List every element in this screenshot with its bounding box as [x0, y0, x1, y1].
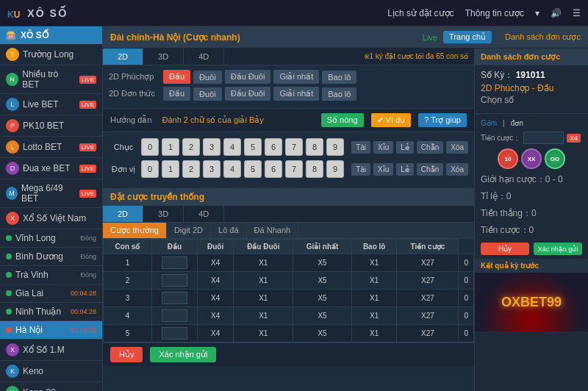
sidebar-item-vinhlong[interactable]: Vĩnh Long Đóng: [0, 229, 102, 248]
tabs-top: 2D 3D 4D ※1 ký đặt cược tối đa 65 con số: [103, 49, 474, 65]
num-dv-1[interactable]: 1: [162, 160, 179, 178]
tab-bottom-3d[interactable]: 3D: [143, 206, 184, 222]
baolo-btn-phuchop[interactable]: Bao lô: [322, 71, 356, 84]
num-dv-8[interactable]: 8: [306, 160, 323, 178]
num-dv-9[interactable]: 9: [326, 160, 344, 178]
num-chuc-2[interactable]: 2: [182, 138, 200, 156]
subtab-digit2d[interactable]: Digit 2D: [167, 223, 211, 238]
tab-bottom-2d[interactable]: 2D: [103, 206, 143, 222]
xiu-btn-dv[interactable]: Xỉu: [373, 163, 393, 176]
dauduoi-btn-donthuc[interactable]: Đầu Đuôi: [225, 87, 271, 101]
dau-btn-donthuc[interactable]: Đầu: [163, 87, 190, 101]
num-chuc-5[interactable]: 5: [244, 138, 262, 156]
subtab-danhanh[interactable]: Đá Nhanh: [247, 223, 299, 238]
sidebar-item-xososvn[interactable]: X Xổ Số Việt Nam: [0, 208, 102, 229]
chip-10[interactable]: 10: [498, 148, 518, 169]
sidebar-item-truonglong[interactable]: T Trường Long: [0, 44, 102, 65]
trogip-button[interactable]: ? Trợ giúp: [418, 113, 467, 127]
duoi-btn-donthuc[interactable]: Đuôi: [193, 87, 222, 101]
huy-btn[interactable]: Hủy: [110, 347, 143, 362]
tab-2d[interactable]: 2D: [103, 49, 143, 65]
tien-cuoc-input[interactable]: [523, 132, 564, 144]
num-dv-0[interactable]: 0: [141, 160, 159, 178]
sidebar-item-lotto[interactable]: L Lotto BET LIVE: [0, 137, 102, 158]
live-button[interactable]: Live: [423, 31, 437, 43]
chan-btn-chuc[interactable]: Chẵn: [417, 141, 443, 154]
header-title: XÔ SỐ: [27, 7, 67, 19]
sidebar-item-duaxe[interactable]: D Đua xe BET LIVE: [0, 158, 102, 179]
subtab-loda[interactable]: Lô đá: [211, 223, 247, 238]
chuc-label: Chục: [109, 143, 138, 152]
num-dv-5[interactable]: 5: [244, 160, 262, 178]
duoi-btn-phuchop[interactable]: Đuôi: [193, 71, 222, 84]
sidebar-item-xoso1m[interactable]: X Xổ Số 1.M: [0, 340, 102, 361]
tai-btn-chuc[interactable]: Tài: [351, 141, 370, 154]
pk10-icon: P: [6, 119, 19, 132]
dauduoi-btn-phuchop[interactable]: Đầu Đuôi: [225, 70, 271, 84]
right-huy-btn[interactable]: Hủy: [481, 243, 529, 255]
vidu-button[interactable]: ✔ Ví dụ: [371, 113, 412, 127]
tab-4d[interactable]: 4D: [184, 49, 224, 65]
tai-btn-dv[interactable]: Tài: [351, 163, 370, 176]
gom-option[interactable]: Gồm: [481, 119, 497, 127]
nav-lichsu[interactable]: Lịch sử đặt cược: [387, 8, 453, 18]
le-btn-dv[interactable]: Lẻ: [396, 163, 414, 176]
xoa-btn-dv[interactable]: Xóa: [446, 163, 468, 176]
num-chuc-7[interactable]: 7: [285, 138, 303, 156]
row-input-consom-2[interactable]: [151, 290, 197, 307]
giainhat-btn-donthuc[interactable]: Giải nhất: [273, 87, 319, 101]
row-input-consom-4[interactable]: [151, 325, 197, 342]
chip-xx[interactable]: XX: [521, 148, 542, 169]
giainhat-btn-phuchop[interactable]: Giải nhất: [273, 70, 319, 84]
row-input-consom-0[interactable]: [151, 254, 197, 272]
subtab-cuocthuong[interactable]: Cược thường: [103, 223, 167, 238]
xoa-btn-chuc[interactable]: Xóa: [446, 141, 468, 154]
sidebar-item-nhieutro[interactable]: N Nhiều trò BET LIVE: [0, 65, 102, 94]
num-chuc-8[interactable]: 8: [306, 138, 323, 156]
row-duoi-0: X1: [234, 254, 293, 272]
sidebar-item-ninhthuan[interactable]: Ninh Thuận 00:04:28: [0, 303, 102, 321]
num-chuc-6[interactable]: 6: [265, 138, 282, 156]
chan-btn-dv[interactable]: Chẵn: [417, 163, 443, 176]
dau-btn-phuchop[interactable]: Đầu: [163, 70, 190, 84]
num-dv-2[interactable]: 2: [182, 160, 200, 178]
sidebar-item-hanoi[interactable]: Hà Nội 01:14:28: [0, 321, 102, 340]
sidebar-item-gialai[interactable]: Gia Lai 00:04:28: [0, 284, 102, 303]
chip-go[interactable]: GO: [545, 148, 565, 169]
num-chuc-4[interactable]: 4: [223, 138, 241, 156]
number-section: Chục 0 1 2 3 4 5 6 7 8 9 Tài Xỉu: [103, 132, 474, 188]
xiu-btn-chuc[interactable]: Xỉu: [373, 141, 393, 154]
num-dv-7[interactable]: 7: [285, 160, 303, 178]
speaker-icon[interactable]: 🔊: [551, 8, 562, 18]
row-input-consom-3[interactable]: [151, 307, 197, 325]
sidebar-item-keno[interactable]: K Keno: [0, 361, 102, 382]
trangchu-button[interactable]: Trang chủ: [443, 31, 492, 43]
right-xacnhan-btn[interactable]: Xác nhận gửi: [534, 243, 582, 255]
tab-3d[interactable]: 3D: [143, 49, 184, 65]
right-panel-header: Danh sách đơn cược: [475, 49, 588, 65]
nav-thongtin[interactable]: Thông tin cược: [465, 8, 524, 18]
sidebar-item-mega[interactable]: M Mega 6/49 BET LIVE: [0, 179, 102, 208]
num-dv-3[interactable]: 3: [203, 160, 220, 178]
xacnhan-btn[interactable]: Xác nhận gửi: [150, 347, 216, 362]
num-dv-4[interactable]: 4: [223, 160, 241, 178]
baolo-btn-donthuc[interactable]: Bao lô: [322, 87, 356, 101]
num-chuc-1[interactable]: 1: [162, 138, 179, 156]
sonong-button[interactable]: Số nóng: [321, 113, 364, 127]
menu-icon[interactable]: ☰: [573, 8, 581, 18]
sidebar: 🎰 XÔ SỐ T Trường Long N Nhiều trò BET LI…: [0, 26, 103, 391]
phuchop-row: 2D Phúchợp Đầu Đuôi Đầu Đuôi Giải nhất B…: [109, 70, 468, 84]
sidebar-item-travinh[interactable]: Trà Vinh Đóng: [0, 266, 102, 284]
row-input-consom-1[interactable]: [151, 272, 197, 290]
num-dv-6[interactable]: 6: [265, 160, 282, 178]
le-btn-chuc[interactable]: Lẻ: [396, 141, 414, 154]
sidebar-item-binhduong[interactable]: Bình Dương Đóng: [0, 248, 102, 266]
sidebar-item-pk10[interactable]: P PK10 BET: [0, 115, 102, 137]
num-chuc-3[interactable]: 3: [203, 138, 220, 156]
num-chuc-0[interactable]: 0: [141, 138, 159, 156]
tab-bottom-4d[interactable]: 4D: [184, 206, 224, 222]
sidebar-item-livebet[interactable]: L Live BET LIVE: [0, 94, 102, 115]
num-chuc-9[interactable]: 9: [326, 138, 344, 156]
don-option[interactable]: đơn: [511, 119, 523, 127]
sidebar-item-keno28[interactable]: K Keno 28: [0, 382, 102, 391]
